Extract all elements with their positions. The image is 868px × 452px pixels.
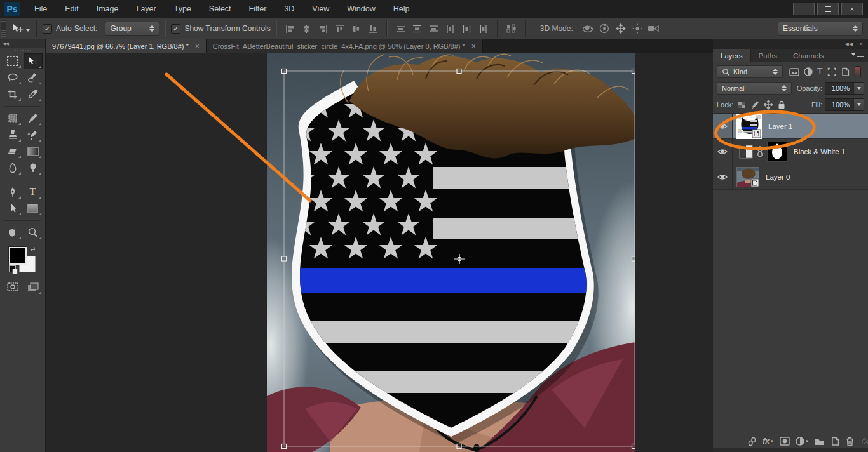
menu-filter[interactable]: Filter — [240, 0, 276, 18]
drag-3d-camera-icon[interactable] — [613, 21, 628, 36]
move-tool-icon[interactable] — [10, 21, 25, 36]
blend-mode-dropdown[interactable]: Normal — [717, 82, 792, 95]
tool-preset-arrow-icon[interactable] — [26, 29, 30, 32]
history-brush-tool[interactable] — [24, 126, 43, 143]
lock-transparent-pixels-icon[interactable] — [736, 99, 747, 110]
eyedropper-tool[interactable] — [24, 86, 43, 102]
slide-3d-camera-icon[interactable] — [630, 21, 645, 36]
lock-all-icon[interactable] — [776, 99, 787, 110]
brush-tool[interactable] — [24, 110, 43, 126]
zoom-3d-camera-icon[interactable] — [646, 21, 661, 36]
show-transform-checkbox[interactable]: ✓ — [171, 24, 180, 34]
adjustment-icon[interactable] — [739, 145, 753, 159]
canvas-area[interactable] — [46, 53, 713, 452]
menu-image[interactable]: Image — [88, 0, 128, 18]
document-tab-2[interactable]: CrossFit_ABetterBeautiful_sticker_circle… — [207, 39, 483, 53]
tab-close-icon[interactable]: × — [195, 43, 200, 50]
distribute-spacing-icon[interactable] — [504, 21, 519, 36]
options-bar-grip[interactable] — [1, 20, 6, 37]
layer-row-layer-1[interactable]: Layer 1 — [713, 114, 868, 139]
tab-close-icon[interactable]: × — [471, 43, 476, 50]
menu-edit[interactable]: Edit — [56, 0, 88, 18]
roll-3d-camera-icon[interactable] — [597, 21, 612, 36]
distribute-bottom-edges-icon[interactable] — [426, 21, 442, 36]
mask-link-icon[interactable] — [756, 146, 764, 157]
dodge-tool[interactable] — [24, 159, 43, 176]
layer-name[interactable]: Layer 1 — [768, 123, 792, 130]
new-layer-icon[interactable] — [831, 437, 839, 446]
pen-tool[interactable] — [3, 183, 22, 200]
patch-tool[interactable] — [3, 110, 22, 126]
panel-menu-icon[interactable] — [851, 51, 864, 57]
fill-field[interactable]: 100% — [825, 98, 864, 111]
align-top-edges-icon[interactable] — [332, 21, 348, 36]
adjustment-layer-filter-icon[interactable] — [804, 67, 813, 76]
layer-row-layer-0[interactable]: Layer 0 — [713, 164, 868, 190]
add-layer-mask-icon[interactable] — [780, 437, 790, 446]
type-tool[interactable]: T — [24, 183, 43, 200]
lasso-tool[interactable] — [3, 69, 22, 86]
align-bottom-edges-icon[interactable] — [365, 21, 381, 36]
tab-layers[interactable]: Layers — [713, 49, 751, 62]
hand-tool[interactable] — [3, 224, 22, 241]
layer-1-thumbnail[interactable] — [736, 114, 762, 139]
layer-mask-thumbnail[interactable] — [767, 142, 787, 162]
visibility-cell[interactable] — [713, 164, 733, 189]
menu-file[interactable]: File — [25, 0, 56, 18]
align-vertical-centers-icon[interactable] — [349, 21, 364, 36]
menu-layer[interactable]: Layer — [127, 0, 165, 18]
menu-select[interactable]: Select — [200, 0, 240, 18]
lock-image-pixels-icon[interactable] — [749, 99, 761, 110]
align-left-edges-icon[interactable] — [283, 21, 298, 36]
gradient-tool[interactable] — [24, 143, 43, 159]
layer-0-thumbnail[interactable] — [736, 167, 759, 187]
type-layer-filter-icon[interactable]: T — [817, 67, 823, 77]
link-layers-icon[interactable] — [747, 437, 757, 446]
tab-channels[interactable]: Channels — [785, 49, 832, 62]
new-group-icon[interactable] — [815, 437, 825, 446]
workspace-switcher[interactable]: Essentials — [778, 22, 863, 36]
auto-select-checkbox[interactable]: ✓ — [43, 24, 52, 34]
menu-3d[interactable]: 3D — [275, 0, 303, 18]
move-tool[interactable] — [24, 53, 43, 69]
layer-name[interactable]: Layer 0 — [766, 173, 790, 181]
document-canvas[interactable] — [267, 53, 635, 452]
auto-select-group-dropdown[interactable]: Group — [105, 22, 159, 36]
dock-collapse-icon[interactable]: ◀◀ — [845, 41, 853, 47]
visibility-cell[interactable] — [713, 114, 733, 138]
visibility-cell[interactable] — [713, 139, 733, 164]
layer-name[interactable]: Black & White 1 — [794, 148, 845, 156]
distribute-vertical-centers-icon[interactable] — [410, 21, 425, 36]
tab-paths[interactable]: Paths — [751, 49, 785, 62]
rectangular-marquee-tool[interactable] — [3, 53, 22, 69]
menu-view[interactable]: View — [303, 0, 338, 18]
delete-layer-icon[interactable] — [845, 437, 855, 446]
clone-stamp-tool[interactable] — [3, 126, 22, 143]
close-button[interactable]: × — [841, 3, 863, 15]
layer-row-black-white-1[interactable]: Black & White 1 — [713, 139, 868, 164]
dock-close-icon[interactable]: × — [859, 41, 863, 48]
crop-tool[interactable] — [3, 86, 22, 102]
quick-selection-tool[interactable] — [24, 69, 43, 86]
distribute-top-edges-icon[interactable] — [393, 21, 409, 36]
toolbar-collapse-icon[interactable]: ◀◀ — [0, 39, 45, 48]
smudge-tool[interactable] — [3, 159, 22, 176]
minimize-button[interactable]: – — [793, 3, 815, 15]
document-tab-1[interactable]: 97679441.jpg @ 66.7% (Layer 1, RGB/8#) *… — [46, 39, 207, 53]
menu-help[interactable]: Help — [384, 0, 419, 18]
shape-layer-filter-icon[interactable] — [827, 67, 836, 76]
screen-mode-button[interactable] — [24, 279, 43, 295]
menu-type[interactable]: Type — [165, 0, 200, 18]
pixel-layer-filter-icon[interactable] — [789, 67, 799, 77]
filter-toggle[interactable] — [855, 66, 861, 77]
default-colors-icon[interactable] — [9, 265, 16, 272]
filter-kind-dropdown[interactable]: Kind — [717, 65, 783, 78]
opacity-field[interactable]: 100% — [825, 82, 864, 95]
path-selection-tool[interactable] — [3, 200, 22, 216]
distribute-horizontal-centers-icon[interactable] — [459, 21, 475, 36]
align-horizontal-centers-icon[interactable] — [299, 21, 315, 36]
quick-mask-mode-button[interactable] — [3, 279, 22, 295]
swap-colors-icon[interactable]: ⇄ — [31, 246, 36, 252]
menu-window[interactable]: Window — [338, 0, 384, 18]
shape-tool[interactable] — [24, 200, 43, 216]
